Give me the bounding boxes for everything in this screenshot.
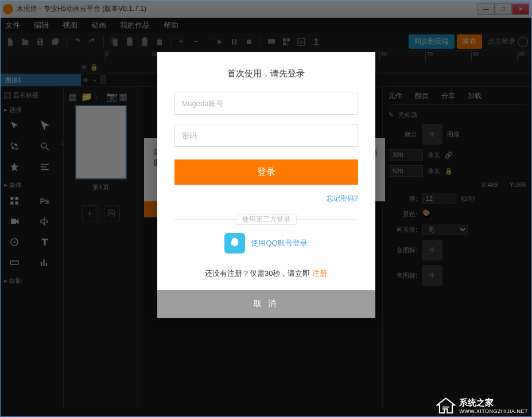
register-link[interactable]: 注册 <box>312 269 327 278</box>
watermark: 系统之家 WWW.XITONGZHIJIA.NET <box>436 397 528 414</box>
house-icon <box>436 397 456 414</box>
login-button[interactable]: 登录 <box>174 159 358 185</box>
qq-icon[interactable] <box>224 233 245 254</box>
third-party-label: 使用第三方登录 <box>236 214 297 225</box>
qq-login-link[interactable]: 使用QQ账号登录 <box>251 238 307 248</box>
username-input[interactable] <box>174 92 358 115</box>
modal-overlay: 首次使用，请先登录 登录 忘记密码? 使用第三方登录 使用QQ账号登录 <box>1 1 531 416</box>
register-text: 还没有注册？仅需30秒，请立即 注册 <box>174 268 358 279</box>
login-dialog: 首次使用，请先登录 登录 忘记密码? 使用第三方登录 使用QQ账号登录 <box>157 52 375 318</box>
cancel-button[interactable]: 取 消 <box>157 290 375 318</box>
password-input[interactable] <box>174 124 358 147</box>
app-window: 木疙瘩 - 专业H5动画云平台 (版本V0.1.7.1) — □ ✕ 文件 编辑… <box>0 0 532 417</box>
login-heading: 首次使用，请先登录 <box>174 68 358 79</box>
forgot-password-link[interactable]: 忘记密码? <box>327 194 358 202</box>
